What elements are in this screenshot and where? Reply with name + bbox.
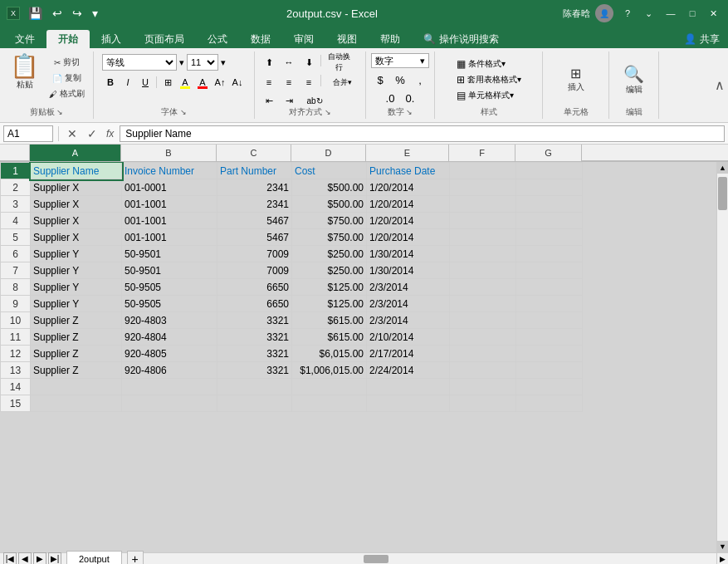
cut-btn[interactable]: ✂ 剪切	[46, 55, 88, 70]
col-header-c[interactable]: C	[217, 145, 291, 161]
increase-decimal-btn[interactable]: 0.	[401, 90, 419, 106]
cell-a15[interactable]	[31, 395, 122, 412]
cell-b1[interactable]: Invoice Number	[122, 163, 217, 179]
cell-e2[interactable]: 1/20/2014	[367, 179, 450, 196]
align-middle-btn[interactable]: ↔	[280, 55, 298, 70]
confirm-formula-btn[interactable]: ✓	[84, 127, 100, 140]
cell-f6[interactable]	[450, 246, 516, 262]
cell-a12[interactable]: Supplier Z	[31, 346, 122, 362]
cell-c13[interactable]: 3321	[217, 362, 292, 379]
cell-c9[interactable]: 6650	[217, 296, 292, 312]
cell-d6[interactable]: $250.00	[292, 246, 367, 262]
cell-e8[interactable]: 2/3/2014	[367, 279, 450, 296]
font-size-select[interactable]: 11	[187, 54, 218, 71]
sheet-prev-btn[interactable]: ◀	[18, 552, 32, 565]
cell-d15[interactable]	[292, 395, 367, 412]
cell-f4[interactable]	[450, 213, 516, 229]
cell-d4[interactable]: $750.00	[292, 213, 367, 229]
share-btn[interactable]: 👤 共享	[672, 30, 728, 48]
row-number[interactable]: 5	[1, 229, 31, 246]
wrap-text-btn[interactable]: 自动换行	[324, 55, 354, 70]
cell-g7[interactable]	[516, 262, 583, 279]
cell-g11[interactable]	[516, 329, 583, 346]
cell-a5[interactable]: Supplier X	[31, 229, 122, 246]
cell-g4[interactable]	[516, 213, 583, 229]
cell-d7[interactable]: $250.00	[292, 262, 367, 279]
cell-a6[interactable]: Supplier Y	[31, 246, 122, 262]
bold-btn[interactable]: B	[102, 74, 119, 91]
minimize-btn[interactable]: —	[663, 6, 678, 21]
format-painter-btn[interactable]: 🖌 格式刷	[46, 86, 88, 101]
cell-d12[interactable]: $6,015.00	[292, 346, 367, 362]
col-header-d[interactable]: D	[291, 145, 366, 161]
cell-d14[interactable]	[292, 379, 367, 395]
align-center-btn[interactable]: ≡	[280, 75, 298, 90]
cell-f11[interactable]	[450, 329, 516, 346]
cell-a11[interactable]: Supplier Z	[31, 329, 122, 346]
cell-e4[interactable]: 1/20/2014	[367, 213, 450, 229]
cell-c10[interactable]: 3321	[217, 312, 292, 329]
h-scroll-track[interactable]	[360, 555, 717, 563]
vertical-scrollbar[interactable]: ▲ ▼	[716, 162, 728, 552]
cell-f15[interactable]	[450, 395, 516, 412]
cell-style-btn[interactable]: ▤ 单元格样式▾	[452, 89, 526, 102]
cell-e13[interactable]: 2/24/2014	[367, 362, 450, 379]
cell-f10[interactable]	[450, 312, 516, 329]
cell-e3[interactable]: 1/20/2014	[367, 196, 450, 213]
sheet-next-btn[interactable]: ▶	[33, 552, 46, 565]
row-number[interactable]: 12	[1, 346, 31, 362]
tab-home[interactable]: 开始	[46, 30, 90, 48]
italic-btn[interactable]: I	[120, 74, 136, 91]
search-btn[interactable]: 🔍 编辑	[617, 62, 651, 97]
cell-g3[interactable]	[516, 196, 583, 213]
scroll-thumb[interactable]	[718, 177, 727, 210]
cell-c4[interactable]: 5467	[217, 213, 292, 229]
cell-d13[interactable]: $1,006,015.00	[292, 362, 367, 379]
cell-b9[interactable]: 50-9505	[122, 296, 217, 312]
merge-btn[interactable]: 合并▾	[324, 75, 360, 90]
cell-a10[interactable]: Supplier Z	[31, 312, 122, 329]
cell-d1[interactable]: Cost	[292, 163, 367, 179]
cell-e9[interactable]: 2/3/2014	[367, 296, 450, 312]
cell-f14[interactable]	[450, 379, 516, 395]
align-bottom-btn[interactable]: ⬇	[300, 55, 318, 70]
cell-e10[interactable]: 2/3/2014	[367, 312, 450, 329]
align-left-btn[interactable]: ≡	[260, 75, 278, 90]
cell-b5[interactable]: 001-1001	[122, 229, 217, 246]
cell-f2[interactable]	[450, 179, 516, 196]
cell-b2[interactable]: 001-0001	[122, 179, 217, 196]
cell-f9[interactable]	[450, 296, 516, 312]
cell-g8[interactable]	[516, 279, 583, 296]
tab-search[interactable]: 🔍 操作说明搜索	[412, 30, 511, 48]
cell-b3[interactable]: 001-1001	[122, 196, 217, 213]
row-number[interactable]: 8	[1, 279, 31, 296]
cell-b13[interactable]: 920-4806	[122, 362, 217, 379]
cell-e14[interactable]	[367, 379, 450, 395]
cell-e12[interactable]: 2/17/2014	[367, 346, 450, 362]
cell-c15[interactable]	[217, 395, 292, 412]
cell-c14[interactable]	[217, 379, 292, 395]
redo-quick-btn[interactable]: ↪	[69, 5, 86, 22]
currency-btn[interactable]: $	[371, 71, 389, 88]
cell-b4[interactable]: 001-1001	[122, 213, 217, 229]
cell-f7[interactable]	[450, 262, 516, 279]
cell-e11[interactable]: 2/10/2014	[367, 329, 450, 346]
cell-g5[interactable]	[516, 229, 583, 246]
cell-d5[interactable]: $750.00	[292, 229, 367, 246]
cell-a8[interactable]: Supplier Y	[31, 279, 122, 296]
scroll-up-btn[interactable]: ▲	[717, 162, 728, 174]
row-number[interactable]: 7	[1, 262, 31, 279]
font-color-btn[interactable]: A	[194, 74, 211, 91]
increase-font-btn[interactable]: A↑	[212, 74, 228, 91]
ribbon-collapse-btn[interactable]: ∧	[715, 77, 725, 93]
cell-c1[interactable]: Part Number	[217, 163, 292, 179]
paste-btn[interactable]: 📋 粘贴	[5, 53, 44, 95]
align-right-btn[interactable]: ≡	[300, 75, 318, 90]
help-btn[interactable]: ?	[620, 6, 635, 21]
cell-c3[interactable]: 2341	[217, 196, 292, 213]
decrease-font-btn[interactable]: A↓	[229, 74, 246, 91]
number-format-select[interactable]: 数字▾	[371, 53, 429, 68]
cell-g15[interactable]	[516, 395, 583, 412]
cell-d11[interactable]: $615.00	[292, 329, 367, 346]
cell-a3[interactable]: Supplier X	[31, 196, 122, 213]
